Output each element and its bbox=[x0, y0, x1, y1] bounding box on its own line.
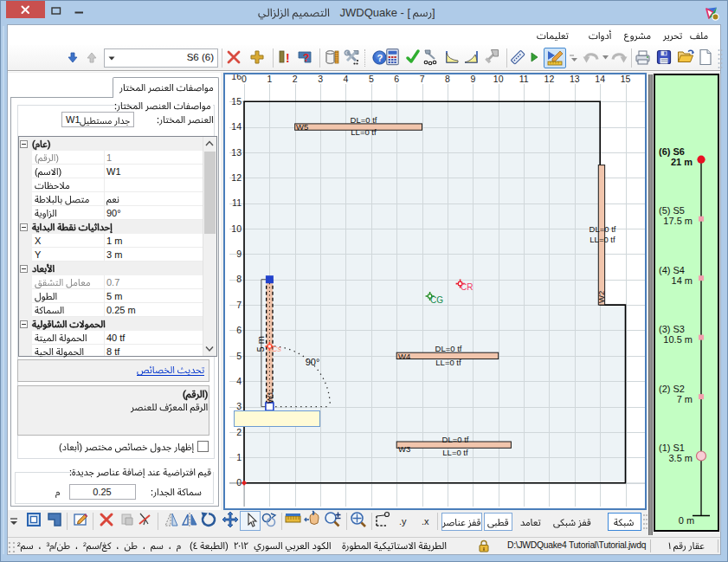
svg-text:!: ! bbox=[286, 51, 290, 65]
svg-text:?: ? bbox=[303, 52, 309, 64]
svg-text:?: ? bbox=[377, 53, 383, 63]
